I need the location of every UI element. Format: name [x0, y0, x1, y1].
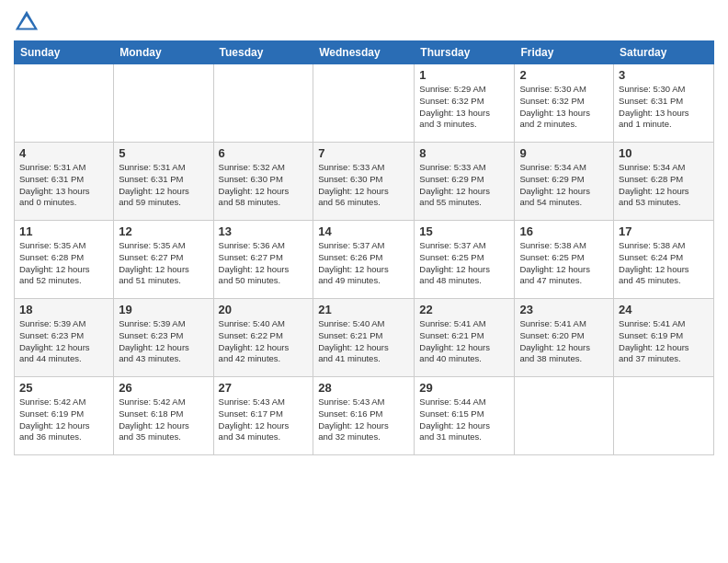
day-info: Sunrise: 5:41 AM Sunset: 6:21 PM Dayligh… [419, 318, 509, 365]
calendar-week-row: 18Sunrise: 5:39 AM Sunset: 6:23 PM Dayli… [15, 299, 714, 377]
calendar-cell: 15Sunrise: 5:37 AM Sunset: 6:25 PM Dayli… [415, 221, 515, 299]
calendar-cell: 17Sunrise: 5:38 AM Sunset: 6:24 PM Dayli… [614, 221, 714, 299]
calendar-cell: 29Sunrise: 5:44 AM Sunset: 6:15 PM Dayli… [415, 377, 515, 455]
day-info: Sunrise: 5:34 AM Sunset: 6:29 PM Dayligh… [519, 162, 609, 209]
calendar-cell: 13Sunrise: 5:36 AM Sunset: 6:27 PM Dayli… [213, 221, 313, 299]
day-info: Sunrise: 5:44 AM Sunset: 6:15 PM Dayligh… [419, 396, 509, 443]
calendar-cell: 4Sunrise: 5:31 AM Sunset: 6:31 PM Daylig… [15, 143, 114, 221]
calendar-cell [213, 64, 313, 143]
calendar-cell: 1Sunrise: 5:29 AM Sunset: 6:32 PM Daylig… [415, 64, 515, 143]
day-info: Sunrise: 5:34 AM Sunset: 6:28 PM Dayligh… [619, 162, 709, 209]
day-number: 24 [619, 303, 709, 316]
day-info: Sunrise: 5:39 AM Sunset: 6:23 PM Dayligh… [19, 318, 108, 365]
calendar-cell: 12Sunrise: 5:35 AM Sunset: 6:27 PM Dayli… [114, 221, 213, 299]
day-info: Sunrise: 5:43 AM Sunset: 6:17 PM Dayligh… [219, 396, 309, 443]
day-number: 22 [419, 303, 509, 316]
calendar-week-row: 4Sunrise: 5:31 AM Sunset: 6:31 PM Daylig… [15, 143, 714, 221]
day-info: Sunrise: 5:33 AM Sunset: 6:30 PM Dayligh… [318, 162, 409, 209]
day-number: 13 [219, 224, 309, 238]
day-number: 8 [419, 146, 509, 160]
calendar-cell: 11Sunrise: 5:35 AM Sunset: 6:28 PM Dayli… [15, 221, 114, 299]
day-number: 3 [619, 68, 709, 82]
weekday-header: Monday [114, 41, 213, 64]
calendar-cell: 7Sunrise: 5:33 AM Sunset: 6:30 PM Daylig… [313, 143, 415, 221]
day-number: 17 [619, 224, 709, 238]
calendar-cell [15, 64, 114, 143]
day-info: Sunrise: 5:41 AM Sunset: 6:20 PM Dayligh… [519, 318, 609, 365]
calendar-cell: 8Sunrise: 5:33 AM Sunset: 6:29 PM Daylig… [415, 143, 515, 221]
calendar-cell: 9Sunrise: 5:34 AM Sunset: 6:29 PM Daylig… [515, 143, 614, 221]
calendar-cell: 20Sunrise: 5:40 AM Sunset: 6:22 PM Dayli… [213, 299, 313, 377]
calendar-cell: 25Sunrise: 5:42 AM Sunset: 6:19 PM Dayli… [15, 377, 114, 455]
day-info: Sunrise: 5:42 AM Sunset: 6:19 PM Dayligh… [19, 396, 108, 443]
day-info: Sunrise: 5:39 AM Sunset: 6:23 PM Dayligh… [119, 318, 208, 365]
calendar-cell [114, 64, 213, 143]
day-number: 7 [318, 146, 409, 160]
day-info: Sunrise: 5:35 AM Sunset: 6:27 PM Dayligh… [119, 240, 208, 287]
day-info: Sunrise: 5:30 AM Sunset: 6:31 PM Dayligh… [619, 84, 709, 131]
day-info: Sunrise: 5:33 AM Sunset: 6:29 PM Dayligh… [419, 162, 509, 209]
weekday-header: Saturday [614, 41, 714, 64]
day-number: 11 [19, 224, 108, 238]
calendar-cell [313, 64, 415, 143]
day-info: Sunrise: 5:40 AM Sunset: 6:21 PM Dayligh… [318, 318, 409, 365]
calendar-cell: 6Sunrise: 5:32 AM Sunset: 6:30 PM Daylig… [213, 143, 313, 221]
day-info: Sunrise: 5:37 AM Sunset: 6:25 PM Dayligh… [419, 240, 509, 287]
calendar-cell: 23Sunrise: 5:41 AM Sunset: 6:20 PM Dayli… [515, 299, 614, 377]
calendar-cell: 2Sunrise: 5:30 AM Sunset: 6:32 PM Daylig… [515, 64, 614, 143]
calendar-cell: 10Sunrise: 5:34 AM Sunset: 6:28 PM Dayli… [614, 143, 714, 221]
day-info: Sunrise: 5:31 AM Sunset: 6:31 PM Dayligh… [119, 162, 208, 209]
weekday-header: Thursday [415, 41, 515, 64]
day-number: 14 [318, 224, 409, 238]
day-number: 15 [419, 224, 509, 238]
logo-icon [14, 9, 40, 35]
day-info: Sunrise: 5:29 AM Sunset: 6:32 PM Dayligh… [419, 84, 509, 131]
weekday-header: Tuesday [213, 41, 313, 64]
day-number: 28 [318, 381, 409, 395]
calendar-cell: 28Sunrise: 5:43 AM Sunset: 6:16 PM Dayli… [313, 377, 415, 455]
calendar-cell [614, 377, 714, 455]
day-number: 23 [519, 303, 609, 316]
day-info: Sunrise: 5:41 AM Sunset: 6:19 PM Dayligh… [619, 318, 709, 365]
day-number: 21 [318, 303, 409, 316]
day-info: Sunrise: 5:42 AM Sunset: 6:18 PM Dayligh… [119, 396, 208, 443]
calendar-cell: 27Sunrise: 5:43 AM Sunset: 6:17 PM Dayli… [213, 377, 313, 455]
day-number: 19 [119, 303, 208, 316]
day-number: 29 [419, 381, 509, 395]
calendar-cell: 21Sunrise: 5:40 AM Sunset: 6:21 PM Dayli… [313, 299, 415, 377]
day-info: Sunrise: 5:31 AM Sunset: 6:31 PM Dayligh… [19, 162, 108, 209]
day-info: Sunrise: 5:38 AM Sunset: 6:24 PM Dayligh… [619, 240, 709, 287]
day-number: 12 [119, 224, 208, 238]
day-number: 5 [119, 146, 208, 160]
day-number: 10 [619, 146, 709, 160]
calendar-week-row: 25Sunrise: 5:42 AM Sunset: 6:19 PM Dayli… [15, 377, 714, 455]
day-info: Sunrise: 5:32 AM Sunset: 6:30 PM Dayligh… [219, 162, 309, 209]
calendar-cell: 22Sunrise: 5:41 AM Sunset: 6:21 PM Dayli… [415, 299, 515, 377]
day-number: 6 [219, 146, 309, 160]
logo [14, 9, 43, 35]
day-info: Sunrise: 5:38 AM Sunset: 6:25 PM Dayligh… [519, 240, 609, 287]
calendar-cell: 26Sunrise: 5:42 AM Sunset: 6:18 PM Dayli… [114, 377, 213, 455]
weekday-header-row: SundayMondayTuesdayWednesdayThursdayFrid… [15, 41, 714, 64]
calendar-cell [515, 377, 614, 455]
day-info: Sunrise: 5:35 AM Sunset: 6:28 PM Dayligh… [19, 240, 108, 287]
header [14, 9, 714, 35]
day-number: 9 [519, 146, 609, 160]
calendar-cell: 3Sunrise: 5:30 AM Sunset: 6:31 PM Daylig… [614, 64, 714, 143]
day-info: Sunrise: 5:37 AM Sunset: 6:26 PM Dayligh… [318, 240, 409, 287]
day-number: 1 [419, 68, 509, 82]
calendar-cell: 16Sunrise: 5:38 AM Sunset: 6:25 PM Dayli… [515, 221, 614, 299]
weekday-header: Wednesday [313, 41, 415, 64]
page-container: SundayMondayTuesdayWednesdayThursdayFrid… [0, 0, 728, 465]
day-number: 25 [19, 381, 108, 395]
calendar-week-row: 11Sunrise: 5:35 AM Sunset: 6:28 PM Dayli… [15, 221, 714, 299]
calendar-cell: 14Sunrise: 5:37 AM Sunset: 6:26 PM Dayli… [313, 221, 415, 299]
day-info: Sunrise: 5:30 AM Sunset: 6:32 PM Dayligh… [519, 84, 609, 131]
day-info: Sunrise: 5:43 AM Sunset: 6:16 PM Dayligh… [318, 396, 409, 443]
day-info: Sunrise: 5:36 AM Sunset: 6:27 PM Dayligh… [219, 240, 309, 287]
calendar-week-row: 1Sunrise: 5:29 AM Sunset: 6:32 PM Daylig… [15, 64, 714, 143]
day-info: Sunrise: 5:40 AM Sunset: 6:22 PM Dayligh… [219, 318, 309, 365]
day-number: 18 [19, 303, 108, 316]
calendar-cell: 18Sunrise: 5:39 AM Sunset: 6:23 PM Dayli… [15, 299, 114, 377]
day-number: 26 [119, 381, 208, 395]
